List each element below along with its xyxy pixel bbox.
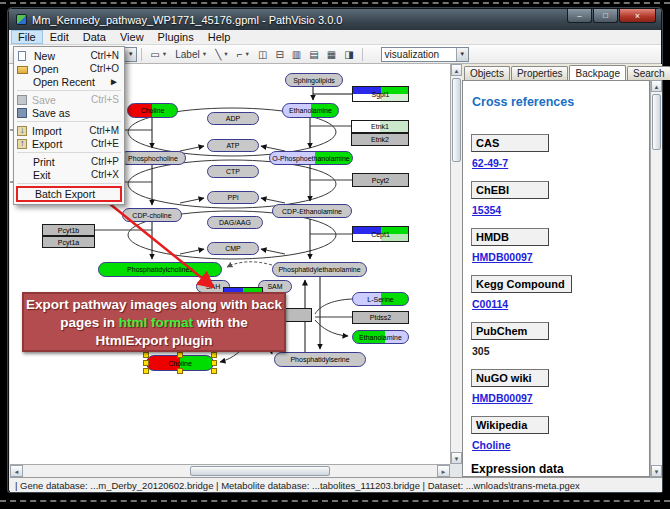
xref-section-nugo-wiki: NuGO wikiHMDB00097 xyxy=(471,368,649,404)
node-pcyt1b[interactable]: Pcyt1b xyxy=(42,224,95,236)
node-l-serine[interactable]: L-Serine xyxy=(352,292,409,306)
scroll-right-button[interactable]: ► xyxy=(437,465,450,477)
scroll-up-button[interactable]: ▲ xyxy=(651,80,662,92)
scroll-up-button[interactable]: ▲ xyxy=(451,64,462,76)
file-menu-item-open-recent[interactable]: Open Recent► xyxy=(14,75,124,88)
node-label: O-Phosphoethanolamine xyxy=(272,155,349,162)
node-sgpl1[interactable]: Sgpl1 xyxy=(352,86,409,102)
menu-view[interactable]: View xyxy=(113,30,151,44)
file-menu-item-save[interactable]: SaveCtrl+S xyxy=(14,93,124,106)
canvas-vertical-scrollbar[interactable]: ▲ ▼ xyxy=(450,64,462,464)
callout-line2-pre: pages in xyxy=(60,315,119,330)
node-phosphatidylcholines[interactable]: Phosphatidylcholines xyxy=(98,262,222,277)
xref-database-label: PubChem xyxy=(471,322,549,340)
scroll-left-button[interactable]: ◄ xyxy=(10,465,23,477)
line-tool-button[interactable]: ╲▼ xyxy=(211,46,232,62)
tab-backpage[interactable]: Backpage xyxy=(569,65,625,80)
close-button[interactable]: × xyxy=(619,9,656,23)
selection-handle[interactable] xyxy=(211,352,217,358)
node-phosphatidylserine[interactable]: Phosphatidylserine xyxy=(274,352,366,367)
node-pcyt2[interactable]: Pcyt2 xyxy=(352,173,409,187)
xref-value-link[interactable]: 62-49-7 xyxy=(472,157,649,169)
distribute-horizontal-button[interactable]: ▥ xyxy=(288,46,305,62)
node-ppi[interactable]: PPi xyxy=(207,191,259,204)
xref-value-link[interactable]: C00114 xyxy=(472,298,649,310)
node-adp[interactable]: ADP xyxy=(207,112,259,125)
menu-file[interactable]: File xyxy=(11,30,43,44)
callout-line3: HtmlExport plugin xyxy=(96,333,213,348)
menu-shortcut: Ctrl+E xyxy=(91,138,119,149)
node-sphingolipids[interactable]: Sphingolipids xyxy=(285,73,343,87)
scroll-down-button[interactable]: ▼ xyxy=(651,465,662,477)
node-pcyt1a[interactable]: Pcyt1a xyxy=(42,236,95,248)
xref-value-link[interactable]: HMDB00097 xyxy=(472,251,649,263)
node-phosphocholine[interactable]: Phosphocholine xyxy=(120,151,186,165)
file-menu-item-print[interactable]: PrintCtrl+P xyxy=(14,155,124,168)
chevron-down-icon[interactable]: ▼ xyxy=(124,48,136,61)
node-dag-aag[interactable]: DAG/AAG xyxy=(207,216,263,229)
node-phosphatidylethanolamine[interactable]: Phosphatidylethanolamine xyxy=(272,262,367,277)
menu-edit[interactable]: Edit xyxy=(43,30,76,44)
node-ethanolamine-top[interactable]: Ethanolamine xyxy=(282,103,339,118)
node-etnk2[interactable]: Etnk2 xyxy=(351,133,409,146)
file-menu-item-import[interactable]: ImportCtrl+M xyxy=(14,124,124,137)
file-menu-item-new[interactable]: NewCtrl+N xyxy=(14,49,124,62)
selection-handle[interactable] xyxy=(211,368,217,374)
node-cmp[interactable]: CMP xyxy=(207,242,259,255)
scroll-down-button[interactable]: ▼ xyxy=(451,452,462,464)
file-menu-item-exit[interactable]: ExitCtrl+X xyxy=(14,168,124,181)
panel-vertical-scrollbar[interactable]: ▲ ▼ xyxy=(650,80,662,477)
node-ethanolamine-bottom[interactable]: Ethanolamine xyxy=(352,330,409,344)
tab-objects[interactable]: Objects xyxy=(464,66,510,80)
menu-help[interactable]: Help xyxy=(201,30,238,44)
xref-value-link[interactable]: Choline xyxy=(472,439,649,451)
selection-handle[interactable] xyxy=(143,368,149,374)
distribute-vertical-button[interactable]: ▤ xyxy=(305,46,322,62)
label-tool-button[interactable]: Label▼ xyxy=(171,46,211,62)
stack-horizontal-button[interactable]: ◨ xyxy=(340,46,357,62)
file-menu-item-open[interactable]: OpenCtrl+O xyxy=(14,62,124,75)
maximize-button[interactable]: □ xyxy=(593,9,618,23)
file-menu-item-save-as[interactable]: Save as xyxy=(14,106,124,119)
xref-database-label: ChEBI xyxy=(471,181,549,199)
datanode-tool-button[interactable]: ▭▼ xyxy=(146,46,171,62)
scrollbar-thumb[interactable] xyxy=(190,466,330,476)
scrollbar-thumb[interactable] xyxy=(652,94,661,150)
menu-data[interactable]: Data xyxy=(76,30,113,44)
selection-handle[interactable] xyxy=(177,368,183,374)
align-center-y-button[interactable]: ⊟ xyxy=(271,46,287,62)
canvas-horizontal-scrollbar[interactable]: ◄ ► xyxy=(10,464,450,477)
menu-separator xyxy=(17,152,121,153)
stack-vertical-button[interactable]: ▦ xyxy=(323,46,340,62)
xref-value-link[interactable]: HMDB00097 xyxy=(472,392,649,404)
align-center-x-button[interactable]: ◫ xyxy=(254,46,271,62)
node-cdp-ethanolamine[interactable]: CDP-Ethanolamine xyxy=(272,204,352,218)
node-cept1[interactable]: Cept1 xyxy=(352,226,409,242)
node-label: ATP xyxy=(226,142,239,149)
minimize-button[interactable]: – xyxy=(567,9,592,23)
node-choline-top[interactable]: Choline xyxy=(127,103,178,118)
visualization-combobox[interactable]: visualization ▼ xyxy=(381,47,469,62)
node-ctp[interactable]: CTP xyxy=(207,165,259,178)
file-menu-item-export[interactable]: ExportCtrl+E xyxy=(14,137,124,150)
tab-search[interactable]: Search xyxy=(627,66,670,80)
new-document-icon xyxy=(18,51,26,61)
node-etnk1[interactable]: Etnk1 xyxy=(351,120,409,133)
node-atp[interactable]: ATP xyxy=(207,139,259,152)
tab-properties[interactable]: Properties xyxy=(511,66,569,80)
xref-value-link[interactable]: 15354 xyxy=(472,204,649,216)
title-bar[interactable]: Mm_Kennedy_pathway_WP1771_45176.gpml - P… xyxy=(9,9,661,30)
selection-handle[interactable] xyxy=(211,360,217,366)
node-ptdss2[interactable]: Ptdss2 xyxy=(352,311,409,324)
chevron-down-icon[interactable]: ▼ xyxy=(456,48,468,61)
scrollbar-thumb[interactable] xyxy=(452,78,461,162)
file-menu-item-batch-export[interactable]: Batch Export xyxy=(16,186,122,202)
node-o-phosphoethanolamine[interactable]: O-Phosphoethanolamine xyxy=(269,151,353,165)
menu-plugins[interactable]: Plugins xyxy=(151,30,201,44)
submenu-arrow-icon: ► xyxy=(109,76,119,87)
node-cdp-choline[interactable]: CDP-choline xyxy=(122,208,182,222)
connector-tool-button[interactable]: ⌐▼ xyxy=(233,46,254,62)
selection-handle[interactable] xyxy=(143,360,149,366)
selection-handle[interactable] xyxy=(143,352,149,358)
selection-handle[interactable] xyxy=(177,352,183,358)
